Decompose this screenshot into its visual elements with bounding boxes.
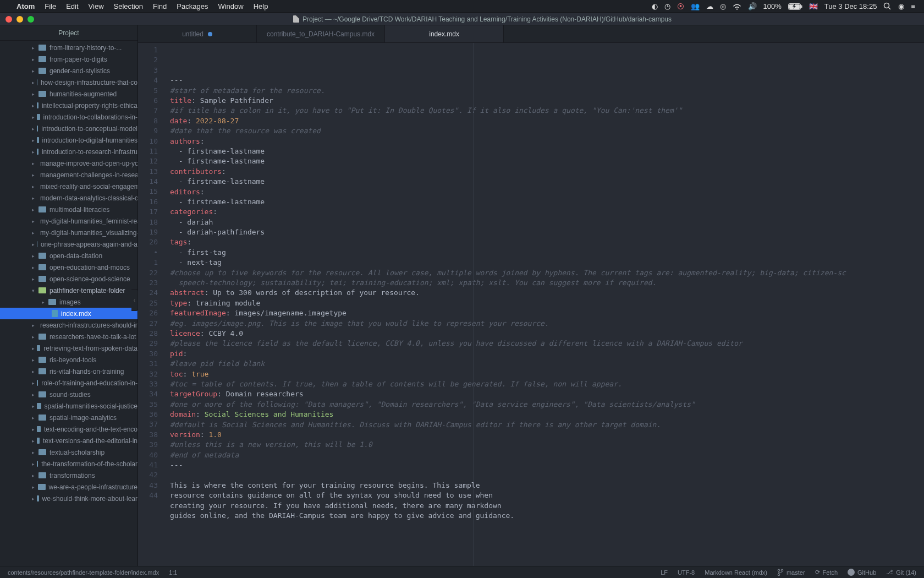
menu-window[interactable]: Window: [218, 2, 243, 10]
tab[interactable]: contribute_to_DARIAH-Campus.mdx: [257, 25, 385, 42]
window-minimize-button[interactable]: [16, 16, 23, 23]
code-line[interactable]: - firstname-lastname: [170, 197, 924, 207]
code-line[interactable]: #start of metadata for the resource.: [170, 86, 924, 96]
users-icon[interactable]: 👥: [691, 2, 700, 10]
file-encoding[interactable]: UTF-8: [678, 569, 695, 576]
code-line[interactable]: contributors:: [170, 167, 924, 177]
menu-view[interactable]: View: [89, 2, 104, 10]
code-line[interactable]: #leave pid field blank: [170, 359, 924, 369]
code-line[interactable]: editors:: [170, 187, 924, 197]
menubar-clock[interactable]: Tue 3 Dec 18:25: [824, 2, 877, 10]
app-name[interactable]: Atom: [16, 2, 35, 10]
code-line[interactable]: date: 2022-08-27: [170, 116, 924, 126]
tree-folder[interactable]: ▸images: [0, 296, 138, 308]
code-line[interactable]: #eg. images/image.png. This is the image…: [170, 319, 924, 329]
code-line[interactable]: #if title has a colon in it, you have to…: [170, 106, 924, 116]
github-button[interactable]: GitHub: [848, 569, 876, 576]
tree-folder[interactable]: ▸researchers-have-to-talk-a-lot: [0, 331, 138, 342]
status-path[interactable]: contents/resources/pathfinder-template-f…: [8, 569, 159, 576]
airdrop-icon[interactable]: ◎: [720, 2, 726, 10]
tree-folder[interactable]: ▸modern-data-analytics-classical-c: [0, 192, 138, 204]
tree-folder[interactable]: ▸one-phrase-appears-again-and-a: [0, 238, 138, 250]
code-line[interactable]: title: Sample Pathfinder: [170, 96, 924, 106]
code-line[interactable]: categories:: [170, 207, 924, 217]
tree-folder[interactable]: ▸open-data-citation: [0, 250, 138, 261]
code-line[interactable]: #date that the resource was created: [170, 126, 924, 136]
code-line[interactable]: domain: Social Sciences and Humanities: [170, 410, 924, 419]
tree-folder[interactable]: ▸from-paper-to-digits: [0, 53, 138, 65]
tree-folder[interactable]: ▸spatial-humanities-social-justice: [0, 400, 138, 412]
control-center-icon[interactable]: ≡: [911, 2, 915, 10]
grammar[interactable]: Markdown React (mdx): [705, 569, 767, 576]
code-line[interactable]: type: training module: [170, 298, 924, 308]
tree-file[interactable]: index.mdx: [0, 308, 138, 319]
tree-folder[interactable]: ▸my-digital-humanities_visualizing-: [0, 227, 138, 238]
tree-folder[interactable]: ▸open-education-and-moocs: [0, 261, 138, 273]
code-line[interactable]: ---: [170, 460, 924, 470]
tree-folder[interactable]: ▾pathfinder-template-folder: [0, 285, 138, 296]
code-line[interactable]: #toc = table of contents. If true, then …: [170, 379, 924, 389]
code-line[interactable]: #choose up to five keywords for the reso…: [170, 268, 924, 278]
tree-folder[interactable]: ▸manage-improve-and-open-up-yo: [0, 157, 138, 169]
screenrec-icon[interactable]: ⦿: [677, 2, 684, 10]
dnd-icon[interactable]: ◐: [652, 2, 658, 10]
tree-folder[interactable]: ▸humanities-augmented: [0, 88, 138, 100]
code-line[interactable]: pid:: [170, 349, 924, 359]
tree-folder[interactable]: ▸how-design-infrastructure-that-co: [0, 77, 138, 88]
tree-folder[interactable]: ▸sound-studies: [0, 389, 138, 400]
menu-edit[interactable]: Edit: [66, 2, 78, 10]
code-line[interactable]: #end of metadata: [170, 450, 924, 460]
editor[interactable]: 1234567891011121314151617181920•12223242…: [138, 43, 924, 566]
code-line[interactable]: [170, 521, 924, 531]
code-line[interactable]: #unless this is a new version, this will…: [170, 440, 924, 450]
tree-folder[interactable]: ▸multimodal-literacies: [0, 204, 138, 215]
code-line[interactable]: tags:: [170, 237, 924, 247]
battery-icon[interactable]: [788, 3, 802, 10]
tree-folder[interactable]: ▸we-should-think-more-about-lear: [0, 493, 138, 504]
code-line[interactable]: authors:: [170, 137, 924, 146]
code-line[interactable]: - next-tag: [170, 258, 924, 268]
git-branch[interactable]: master: [777, 569, 805, 576]
code-line[interactable]: version: 1.0: [170, 430, 924, 440]
cloud-icon[interactable]: ☁: [706, 2, 713, 10]
tree-folder[interactable]: ▸research-infrastructures-should-in: [0, 319, 138, 331]
tree-folder[interactable]: ▸transformations: [0, 470, 138, 481]
tree-folder[interactable]: ▸role-of-training-and-education-in-: [0, 377, 138, 389]
code-line[interactable]: ---: [170, 75, 924, 85]
code-line[interactable]: This is where the content for your train…: [170, 481, 924, 490]
code-line[interactable]: - dariah: [170, 217, 924, 227]
sidebar-toggle[interactable]: ‹: [131, 289, 138, 311]
code-line[interactable]: - dariah-pathfinders: [170, 227, 924, 237]
tree-folder[interactable]: ▸text-encoding-and-the-text-enco: [0, 423, 138, 435]
tree-folder[interactable]: ▸introduction-to-collaborations-in-: [0, 111, 138, 123]
tree-folder[interactable]: ▸textual-scholarship: [0, 446, 138, 458]
tree-folder[interactable]: ▸spatial-image-analytics: [0, 412, 138, 423]
code-line[interactable]: #please the licence field as the default…: [170, 339, 924, 348]
tree-folder[interactable]: ▸ris-vital-hands-on-training: [0, 366, 138, 377]
menu-find[interactable]: Find: [153, 2, 167, 10]
tree-folder[interactable]: ▸management-challenges-in-resea: [0, 169, 138, 181]
input-flag[interactable]: 🇬🇧: [809, 2, 818, 10]
tree-folder[interactable]: ▸mixed-reality-and-social-engagem: [0, 181, 138, 192]
tree-folder[interactable]: ▸text-versions-and-the-editorial-in: [0, 435, 138, 446]
tree-folder[interactable]: ▸introduction-to-digital-humanities: [0, 134, 138, 146]
tree-folder[interactable]: ▸ris-beyond-tools: [0, 354, 138, 366]
git-button[interactable]: ⎇ Git (14): [886, 569, 916, 576]
tree-folder[interactable]: ▸retrieving-text-from-spoken-data: [0, 342, 138, 354]
code-line[interactable]: creating your resource. If you have addi…: [170, 501, 924, 511]
tab[interactable]: untitled: [138, 25, 257, 42]
code-line[interactable]: speech-technology; sustainability; tei; …: [170, 278, 924, 288]
file-tree[interactable]: ▸from-literary-history-to-...▸from-paper…: [0, 41, 138, 566]
code-line[interactable]: toc: true: [170, 369, 924, 379]
volume-icon[interactable]: 🔊: [748, 2, 757, 10]
code-line[interactable]: [170, 470, 924, 480]
tree-folder[interactable]: ▸the-transformation-of-the-scholar: [0, 458, 138, 470]
tree-folder[interactable]: ▸introduction-to-research-infrastru: [0, 146, 138, 157]
line-ending[interactable]: LF: [661, 569, 668, 576]
code-line[interactable]: guides online, and the DARIAH-Campus tea…: [170, 511, 924, 521]
code-line[interactable]: #default is Social Sciences and Humaniti…: [170, 420, 924, 430]
spotlight-icon[interactable]: [883, 2, 892, 10]
tree-folder[interactable]: ▸gender-and-stylistics: [0, 65, 138, 77]
code-line[interactable]: - firstname-lastname: [170, 146, 924, 156]
code-line[interactable]: targetGroup: Domain researchers: [170, 389, 924, 399]
